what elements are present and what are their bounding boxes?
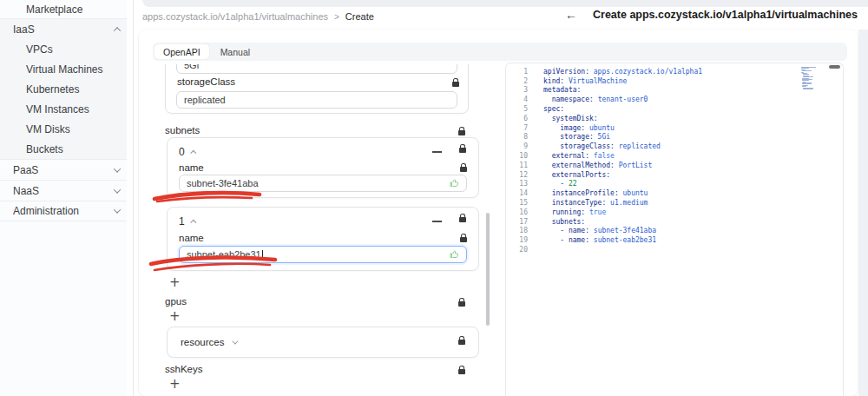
sshkeys-row: sshKeys — [165, 363, 465, 375]
back-arrow-icon[interactable]: ← — [565, 9, 577, 21]
line-number: 2 — [506, 77, 528, 85]
code-line: 2 kind: VirtualMachine — [506, 76, 843, 86]
subnet-item-0-card: 0 name subnet-3fe41aba — [167, 137, 479, 198]
sidebar-item-vpcs[interactable]: VPCs — [0, 39, 133, 59]
minimap-slider[interactable] — [829, 65, 840, 69]
line-content: apiVersion: apps.cozystack.io/v1alpha1 — [543, 68, 702, 76]
subnet-item-1-header[interactable]: 1 — [179, 215, 196, 228]
code-line: 18 - name: subnet-3fe41aba — [506, 227, 843, 236]
minimap-line — [803, 89, 813, 89]
tab-bar: OpenAPI Manual — [153, 43, 847, 61]
line-content: - 22 — [543, 180, 577, 188]
line-content: storageClass: replicated — [543, 142, 661, 150]
code-line: 1 apiVersion: apps.cozystack.io/v1alpha1 — [506, 67, 843, 76]
subnet-item-index: 1 — [179, 215, 185, 228]
sidebar-item-buckets[interactable]: Buckets — [0, 139, 133, 159]
lock-icon[interactable] — [458, 130, 465, 135]
subnet-item-0-header[interactable]: 0 — [179, 146, 196, 158]
sidebar-item-label: Marketplace — [26, 3, 82, 16]
scrolled-toolbar-edge — [142, 0, 868, 7]
lock-icon[interactable] — [458, 369, 465, 374]
name-label: name — [179, 162, 204, 173]
add-sshkey-button[interactable]: + — [169, 378, 181, 390]
remove-item-button[interactable] — [432, 221, 442, 222]
sidebar-item-naas[interactable]: NaaS — [0, 180, 133, 201]
line-number: 14 — [506, 189, 528, 197]
sidebar-item-label: Buckets — [26, 143, 63, 155]
sidebar-item-vm-disks[interactable]: VM Disks — [0, 119, 133, 139]
line-content: instanceProfile: ubuntu — [543, 189, 648, 197]
lock-icon[interactable] — [460, 167, 467, 172]
sidebar-item-marketplace[interactable]: Marketplace — [0, 0, 133, 18]
sidebar-item-iaas[interactable]: IaaS — [0, 18, 133, 39]
storage-class-input[interactable]: replicated — [176, 91, 457, 109]
sidebar-item-label: NaaS — [13, 185, 39, 197]
lock-icon[interactable] — [459, 217, 466, 222]
sidebar-item-vm-instances[interactable]: VM Instances — [0, 99, 133, 119]
breadcrumb: apps.cozystack.io/v1alpha1/virtualmachin… — [142, 11, 374, 22]
line-number: 7 — [506, 124, 528, 132]
code-line: 5 spec: — [506, 104, 843, 114]
subnet-name-row: name — [179, 162, 467, 173]
lock-icon[interactable] — [460, 237, 467, 242]
line-number: 19 — [506, 236, 528, 244]
yaml-editor[interactable]: 1 apiVersion: apps.cozystack.io/v1alpha1… — [505, 63, 844, 396]
line-content: systemDisk: — [543, 115, 598, 122]
line-content: image: ubuntu — [543, 124, 615, 132]
code-line: 9 storageClass: replicated — [506, 142, 843, 151]
sidebar-item-label: PaaS — [13, 164, 38, 176]
sidebar-item-label: Virtual Machines — [26, 63, 103, 76]
page: Marketplace IaaS VPCs Virtual Machines K… — [0, 0, 868, 396]
storage-input[interactable]: 5Gi — [176, 64, 457, 74]
line-number: 9 — [506, 142, 528, 150]
code-line: 17 subnets: — [506, 217, 843, 227]
tab-openapi[interactable]: OpenAPI — [155, 44, 209, 59]
subnet-0-name-input[interactable]: subnet-3fe41aba — [179, 175, 467, 192]
lock-icon[interactable] — [459, 148, 466, 153]
code-line: 7 image: ubuntu — [506, 123, 843, 133]
chevron-down-icon — [114, 206, 121, 213]
thumbs-up-icon[interactable] — [449, 249, 459, 260]
remove-item-button[interactable] — [432, 151, 442, 153]
code-line: 12 externalPorts: — [506, 170, 843, 180]
add-subnet-button[interactable]: + — [169, 276, 181, 288]
collapse-chevron-icon[interactable] — [190, 219, 196, 225]
lock-icon[interactable] — [458, 301, 465, 307]
thumbs-up-icon[interactable] — [449, 178, 459, 188]
subnet-name-row: name — [179, 232, 467, 243]
resources-card[interactable]: resources — [167, 327, 479, 358]
subnet-1-name-input[interactable]: subnet-eab2be31 — [179, 246, 467, 263]
code-line: 16 running: true — [506, 208, 843, 217]
sidebar-item-administration[interactable]: Administration — [0, 201, 133, 221]
name-label: name — [179, 233, 204, 243]
line-number: 1 — [506, 68, 528, 76]
tab-manual[interactable]: Manual — [220, 47, 250, 57]
sidebar-item-kubernetes[interactable]: Kubernetes — [0, 79, 133, 99]
lock-icon[interactable] — [458, 340, 465, 345]
code-line: 13 - 22 — [506, 180, 843, 189]
lock-icon[interactable] — [452, 82, 459, 87]
breadcrumb-link[interactable]: apps.cozystack.io/v1alpha1/virtualmachin… — [142, 11, 328, 22]
minimap-line — [803, 76, 814, 77]
form-scrollbar[interactable] — [486, 213, 490, 326]
page-header: apps.cozystack.io/v1alpha1/virtualmachin… — [135, 0, 868, 30]
sidebar-menu: Marketplace IaaS VPCs Virtual Machines K… — [0, 0, 133, 221]
sidebar-item-paas[interactable]: PaaS — [0, 159, 133, 180]
line-number: 8 — [506, 133, 528, 141]
sidebar-scrollbar-gutter — [127, 0, 133, 396]
line-content: - name: subnet-eab2be31 — [543, 236, 656, 244]
add-gpu-button[interactable]: + — [169, 310, 181, 322]
code-line: 3 metadata: — [506, 86, 843, 96]
collapse-chevron-icon[interactable] — [190, 149, 196, 155]
line-content: metadata: — [543, 86, 581, 94]
storage-input-value: 5Gi — [184, 64, 199, 70]
subnet-item-index: 0 — [179, 146, 185, 158]
line-content: storage: 5Gi — [543, 133, 610, 141]
page-title: Create apps.cozystack.io/v1alpha1/virtua… — [593, 9, 858, 21]
expand-chevron-icon[interactable] — [232, 338, 238, 344]
chevron-down-icon — [114, 186, 121, 193]
sidebar-item-virtual-machines[interactable]: Virtual Machines — [0, 59, 133, 79]
editor-minimap[interactable] — [801, 67, 824, 91]
line-number: 4 — [506, 96, 528, 103]
line-number: 20 — [506, 246, 528, 254]
